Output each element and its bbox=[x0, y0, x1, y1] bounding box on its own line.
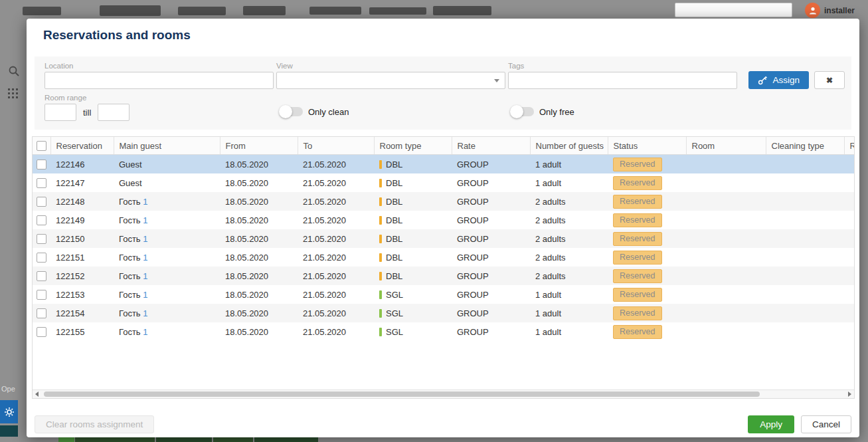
table-row[interactable]: 122147Guest18.05.202021.05.2020DBLGROUP1… bbox=[33, 173, 855, 192]
row-checkbox[interactable] bbox=[37, 197, 46, 207]
background-nav-item bbox=[309, 7, 361, 15]
only-clean-label: Only clean bbox=[308, 107, 349, 117]
status-cell: Reserved bbox=[608, 267, 686, 285]
from-date: 18.05.2020 bbox=[220, 211, 298, 229]
reservations-modal: Reservations and rooms Location View Tag… bbox=[27, 19, 859, 437]
background-calendar-fragment bbox=[58, 437, 74, 442]
rate: GROUP bbox=[452, 322, 530, 341]
scroll-left-arrow-icon[interactable] bbox=[35, 391, 39, 397]
guest-link[interactable]: 1 bbox=[143, 290, 147, 300]
close-button[interactable]: ✖ bbox=[814, 71, 845, 89]
main-guest: Гость 1 bbox=[114, 248, 220, 267]
guest-link[interactable]: 1 bbox=[143, 253, 147, 263]
guest-link[interactable]: 1 bbox=[143, 271, 147, 281]
column-header-number-of-guests: Number of guests bbox=[530, 137, 608, 155]
extra-column bbox=[844, 211, 855, 229]
search-icon[interactable] bbox=[8, 65, 20, 77]
extra-column bbox=[844, 192, 855, 211]
toggle-knob bbox=[279, 105, 292, 118]
room-range-till-input[interactable] bbox=[98, 104, 130, 121]
table-row[interactable]: 122146Guest18.05.202021.05.2020DBLGROUP1… bbox=[33, 155, 855, 174]
from-date: 18.05.2020 bbox=[220, 229, 298, 248]
background-nav-item bbox=[433, 6, 491, 15]
column-header-cleaning-type: Cleaning type bbox=[766, 137, 844, 155]
row-checkbox[interactable] bbox=[37, 160, 46, 169]
view-select[interactable] bbox=[276, 72, 505, 89]
guest-link[interactable]: 1 bbox=[143, 197, 147, 207]
row-checkbox[interactable] bbox=[37, 178, 46, 188]
room bbox=[686, 322, 766, 341]
only-clean-toggle[interactable] bbox=[280, 107, 303, 116]
horizontal-scrollbar[interactable] bbox=[33, 389, 854, 398]
number-of-guests: 1 adult bbox=[530, 285, 608, 304]
reservation-id: 122150 bbox=[50, 229, 114, 248]
status-badge: Reserved bbox=[613, 306, 662, 320]
row-checkbox[interactable] bbox=[37, 308, 46, 318]
cleaning-type bbox=[766, 304, 844, 322]
table-row[interactable]: 122152Гость 118.05.202021.05.2020DBLGROU… bbox=[33, 267, 855, 285]
apply-button[interactable]: Apply bbox=[748, 415, 794, 433]
room-type-color-bar bbox=[379, 216, 382, 225]
scrollbar-thumb[interactable] bbox=[44, 391, 760, 397]
cancel-button[interactable]: Cancel bbox=[801, 415, 851, 433]
guest-link[interactable]: 1 bbox=[143, 308, 147, 318]
extra-column bbox=[844, 267, 855, 285]
number-of-guests: 1 adult bbox=[530, 155, 608, 174]
room-type: DBL bbox=[374, 192, 452, 211]
rate: GROUP bbox=[452, 304, 530, 322]
table-row[interactable]: 122150Гость 118.05.202021.05.2020DBLGROU… bbox=[33, 229, 855, 248]
room-range-group: Room range till bbox=[44, 94, 130, 121]
reservation-id: 122146 bbox=[50, 155, 114, 174]
row-checkbox[interactable] bbox=[37, 253, 46, 263]
table-row[interactable]: 122154Гость 118.05.202021.05.2020SGLGROU… bbox=[33, 304, 855, 322]
room-range-from-input[interactable] bbox=[44, 104, 76, 121]
guest-link[interactable]: 1 bbox=[143, 327, 147, 337]
cleaning-type bbox=[766, 267, 844, 285]
row-checkbox[interactable] bbox=[37, 215, 46, 225]
modal-title: Reservations and rooms bbox=[43, 28, 859, 43]
background-calendar-fragment bbox=[254, 437, 318, 442]
status-cell: Reserved bbox=[608, 322, 686, 341]
assign-button-label: Assign bbox=[772, 75, 800, 85]
guest-link[interactable]: 1 bbox=[143, 234, 147, 244]
clear-rooms-assignment-button[interactable]: Clear rooms assignment bbox=[35, 415, 154, 433]
modal-footer: Clear rooms assignment Apply Cancel bbox=[35, 415, 851, 433]
row-checkbox[interactable] bbox=[37, 271, 46, 281]
location-field: Location bbox=[44, 62, 274, 89]
number-of-guests: 2 adults bbox=[530, 267, 608, 285]
to-date: 21.05.2020 bbox=[298, 229, 374, 248]
table-row[interactable]: 122153Гость 118.05.202021.05.2020SGLGROU… bbox=[33, 285, 855, 304]
room-type-color-bar bbox=[379, 328, 382, 336]
table-row[interactable]: 122149Гость 118.05.202021.05.2020DBLGROU… bbox=[33, 211, 855, 229]
row-checkbox[interactable] bbox=[37, 234, 46, 244]
only-free-toggle[interactable] bbox=[511, 107, 534, 116]
to-date: 21.05.2020 bbox=[298, 192, 374, 211]
user-menu[interactable]: installer bbox=[805, 3, 855, 18]
reservation-id: 122153 bbox=[50, 285, 114, 304]
only-free-label: Only free bbox=[539, 107, 574, 117]
column-header-from: From bbox=[220, 137, 298, 155]
table-row[interactable]: 122151Гость 118.05.202021.05.2020DBLGROU… bbox=[33, 248, 855, 267]
select-all-checkbox[interactable] bbox=[37, 141, 46, 151]
row-checkbox[interactable] bbox=[37, 327, 46, 337]
table-row[interactable]: 122155Гость 118.05.202021.05.2020SGLGROU… bbox=[33, 322, 855, 341]
reservation-id: 122152 bbox=[50, 267, 114, 285]
background-nav-item bbox=[243, 6, 286, 15]
background-nav-item bbox=[100, 5, 161, 16]
reservation-id: 122151 bbox=[50, 248, 114, 267]
table-row[interactable]: 122148Гость 118.05.202021.05.2020DBLGROU… bbox=[33, 192, 855, 211]
tags-input[interactable] bbox=[508, 72, 737, 89]
grid-icon[interactable] bbox=[8, 88, 18, 98]
location-input[interactable] bbox=[44, 72, 274, 89]
guest-link[interactable]: 1 bbox=[143, 215, 147, 225]
room-type: DBL bbox=[374, 229, 452, 248]
scroll-right-arrow-icon[interactable] bbox=[848, 391, 851, 397]
room bbox=[686, 229, 766, 248]
assign-button[interactable]: Assign bbox=[748, 71, 809, 89]
row-checkbox[interactable] bbox=[37, 290, 46, 300]
room-type-color-bar bbox=[379, 309, 382, 318]
rate: GROUP bbox=[452, 192, 530, 211]
to-date: 21.05.2020 bbox=[298, 248, 374, 267]
room-type: SGL bbox=[374, 322, 452, 341]
settings-button[interactable] bbox=[0, 400, 18, 423]
